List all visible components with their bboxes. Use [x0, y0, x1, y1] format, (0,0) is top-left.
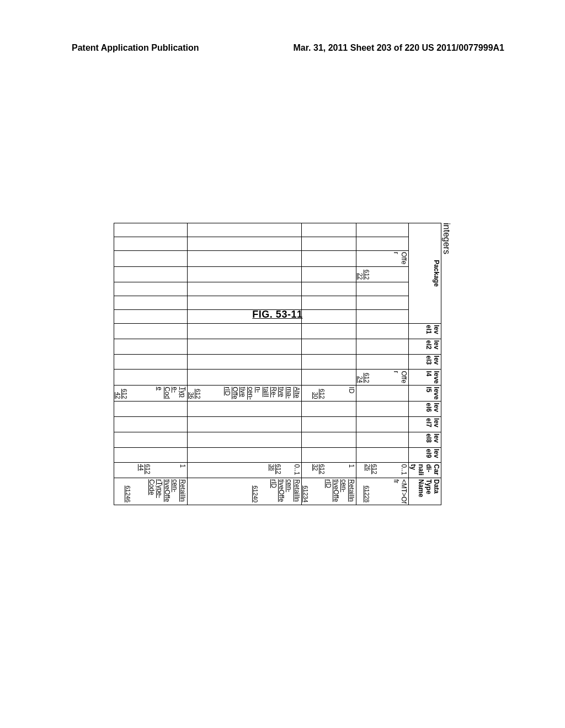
package-ref-cell: 61222 [356, 266, 409, 282]
cell-text: Offer [392, 371, 408, 384]
level5-cell: ID 61230 [302, 386, 356, 402]
datatype-cell: RetailIncen-tiveOfferID 61240 [188, 478, 302, 505]
table-row: Type-Code 61242 1 61244 RetailIncen-tive… [114, 223, 188, 505]
header-left: Patent Application Publication [72, 43, 199, 53]
col-level2: level2 [409, 339, 441, 354]
cell-ref: 61222 [357, 268, 370, 281]
cell-text: Type-Code [156, 387, 186, 400]
table-row: ID 61230 1 61232 RetailIncen-tiveOfferID… [302, 223, 356, 505]
level5-cell [356, 386, 409, 402]
cell-text: Alterna-tiveRe-tailIn-cen-tiveOffe rID [223, 387, 301, 400]
cell-text: 1 [348, 464, 355, 477]
cell-text: 1 [179, 464, 186, 477]
col-package: Package [409, 223, 441, 324]
cell-text: RetailIncen-tiveOfferID [324, 479, 355, 504]
cell-ref: 61224 [357, 371, 370, 384]
cell-ref: 61236 [188, 387, 201, 400]
table-row: Alterna-tiveRe-tailIn-cen-tiveOffe rID 6… [188, 223, 302, 505]
col-cardinality: Cardi-nality [409, 463, 441, 478]
cell-ref: 61226 [365, 464, 378, 477]
page-header: Patent Application Publication Mar. 31, … [0, 43, 565, 53]
col-datatype: Data Type Name [409, 478, 441, 505]
cell-ref: 61232 [312, 464, 326, 477]
data-table: Package level1 level2 level3 level4 leve… [114, 223, 441, 505]
col-level6: level6 [409, 402, 441, 417]
cell-ref: 61228 [364, 479, 370, 504]
cardinality-cell: 0..1 61226 [356, 463, 409, 478]
package-cell: Offer [356, 250, 409, 266]
table-row: Offer 61222 Offer 61224 0..1 6 [356, 223, 409, 505]
header-right: Mar. 31, 2011 Sheet 203 of 220 US 2011/0… [294, 43, 504, 53]
cell-text: RetailIncen-tiveOfferID [270, 479, 301, 504]
col-level8: level8 [409, 432, 441, 447]
cell-ref: 61244 [138, 464, 151, 477]
table-wrapper: integers Package level1 level2 level3 le… [114, 223, 451, 505]
header-row: Package level1 level2 level3 level4 leve… [409, 223, 441, 505]
cell-ref: 61246 [125, 479, 131, 504]
cell-text: <MT>Offr [392, 479, 408, 504]
cell-ref: 61238 [269, 464, 282, 477]
cell-ref: 61240 [252, 479, 259, 504]
cardinality-cell: 1 61244 [114, 463, 188, 478]
datatype-cell: RetailIncen-tiveOfferID 61234 [302, 478, 356, 505]
cardinality-cell: 0..1 61238 [188, 463, 302, 478]
cell-ref: 61234 [302, 479, 309, 504]
level4-cell: Offer 61224 [356, 370, 409, 386]
datatype-cell: <MT>Offr 61228 [356, 478, 409, 505]
cell-text: 0..1 [293, 464, 301, 477]
col-level5: level5 [409, 386, 441, 402]
level5-cell: Type-Code 61242 [114, 386, 188, 402]
col-level3: level3 [409, 354, 441, 370]
cell-text: RetailIncen-tiveOfferType-Code [148, 479, 186, 504]
datatype-cell: RetailIncen-tiveOfferType-Code 61246 [114, 478, 188, 505]
cell-text: 0..1 [400, 464, 408, 477]
page: Patent Application Publication Mar. 31, … [0, 0, 565, 728]
cell-text: ID [348, 387, 355, 400]
cell-text: Offer [392, 252, 408, 265]
col-level9: level9 [409, 447, 441, 463]
col-level4: level4 [409, 370, 441, 386]
level5-cell: Alterna-tiveRe-tailIn-cen-tiveOffe rID 6… [188, 386, 302, 402]
cardinality-cell: 1 61232 [302, 463, 356, 478]
cell-ref: 61230 [312, 387, 326, 400]
cell-ref: 61242 [115, 387, 128, 400]
col-level1: level1 [409, 323, 441, 339]
col-level7: level7 [409, 417, 441, 432]
